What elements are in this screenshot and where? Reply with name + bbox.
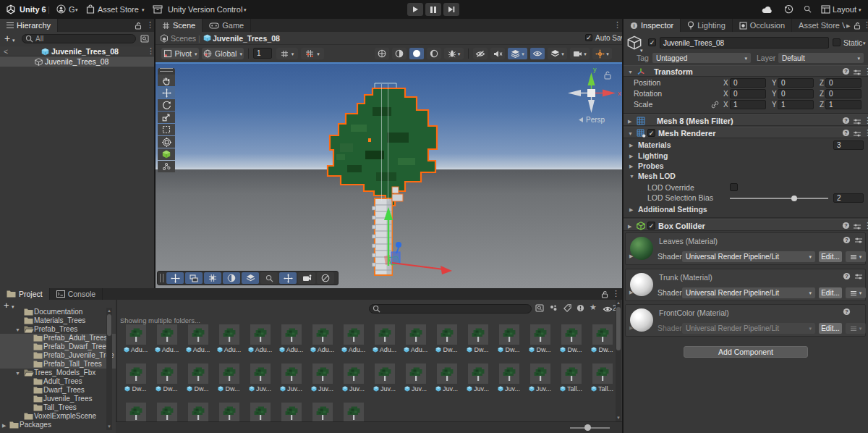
wireframe-mode-button[interactable] (427, 48, 441, 59)
folder-item-voxelexmplescene[interactable]: VoxelExmpleScene (0, 412, 116, 421)
scene-viewport[interactable]: y x Persp (156, 64, 622, 288)
asset-item[interactable]: Juv... (276, 363, 307, 392)
lock-icon[interactable] (135, 22, 142, 30)
pivot-button[interactable]: Pivot ▾ (161, 48, 199, 59)
layer-dropdown[interactable]: Default▾ (778, 53, 864, 63)
shader-edit-button[interactable]: Edit... (819, 251, 842, 262)
help-icon[interactable]: ? (842, 67, 850, 75)
debug-draw-mode-button[interactable] (392, 48, 407, 59)
preset-icon[interactable] (853, 69, 861, 76)
scale-y-field[interactable]: 1 (778, 100, 814, 109)
mesh-renderer-header[interactable]: ▼ ✓ Mesh Renderer ? ⋮ (624, 127, 868, 138)
overlay-camera[interactable] (298, 272, 315, 284)
lock-icon[interactable] (601, 290, 608, 298)
thumb-size-slider-handle[interactable] (584, 424, 591, 431)
undo-history-icon[interactable] (784, 4, 793, 14)
folder-item-tall-trees[interactable]: Tall_Trees (0, 403, 116, 412)
rotation-y-field[interactable]: 0 (778, 89, 814, 98)
overlay-grid[interactable] (204, 272, 221, 284)
mesh-filter-header[interactable]: ▶ Mesh 8 (Mesh Filter) ? ⋮ (624, 114, 868, 126)
shader-dropdown[interactable]: Universal Render Pipeline/Lit▾ (682, 323, 815, 334)
scene-orientation-gizmo[interactable]: y x Persp (559, 65, 622, 126)
asset-item[interactable]: Dw... (213, 363, 244, 392)
asset-item[interactable]: Adu... (369, 324, 400, 353)
folder-item-documentation[interactable]: Documentation (0, 308, 116, 316)
prefab-back-arrow[interactable]: < (4, 47, 8, 56)
shader-edit-button[interactable]: Edit... (819, 287, 842, 298)
lod-override-checkbox[interactable] (730, 183, 738, 191)
asset-item[interactable] (120, 403, 151, 421)
layout-icon[interactable] (821, 5, 830, 14)
rotation-x-field[interactable]: 0 (730, 89, 766, 98)
gizmos-button[interactable]: ▾ (592, 48, 612, 59)
foldout-icon[interactable]: ▼ (15, 371, 20, 376)
tab-hierarchy[interactable]: Hierarchy (0, 19, 58, 32)
tab-scene[interactable]: Scene (156, 19, 203, 32)
renderer-row-lighting[interactable]: ▶Lighting (624, 151, 868, 161)
available-tools[interactable] (158, 161, 175, 172)
shader-dropdown[interactable]: Universal Render Pipeline/Lit▾ (682, 287, 815, 298)
asset-item[interactable]: Tall... (587, 363, 615, 392)
renderer-row-materials[interactable]: ▶Materials3 (624, 140, 868, 150)
help-icon[interactable]: ? (843, 236, 851, 244)
label-tag-icon[interactable] (563, 304, 571, 312)
asset-item[interactable]: Dw... (556, 324, 587, 353)
scale-tool[interactable] (158, 112, 175, 123)
asset-item[interactable]: Dw... (462, 324, 493, 353)
asset-item[interactable]: Juv... (431, 363, 462, 392)
shader-edit-button[interactable]: Edit... (819, 323, 842, 334)
help-icon[interactable]: ? (842, 129, 850, 137)
search-in-icon[interactable] (535, 304, 544, 312)
preset-icon[interactable] (853, 223, 861, 230)
overlay-gizmos[interactable] (279, 272, 297, 284)
asset-item[interactable] (276, 403, 307, 421)
scene-debug-button[interactable]: ▾ (444, 48, 464, 59)
lock-icon[interactable] (854, 22, 861, 30)
kebab-menu-icon[interactable]: ⋮ (864, 222, 868, 230)
static-caret-icon[interactable]: ▾ (863, 41, 866, 46)
asset-item[interactable]: Juv... (244, 363, 276, 392)
folder-item-prefab-tall-trees[interactable]: Prefab_Tall_Trees (0, 360, 116, 369)
grid-size-field[interactable]: 1 (253, 48, 272, 59)
asset-item[interactable]: Adu... (244, 324, 276, 353)
search-icon[interactable] (804, 5, 812, 13)
foldout-icon[interactable]: ▶ (628, 224, 631, 229)
overlay-tools[interactable] (166, 272, 184, 284)
asset-item[interactable]: Juv... (369, 363, 400, 392)
scene-audio-button[interactable] (490, 48, 505, 59)
preset-icon[interactable] (853, 130, 861, 138)
material-preview-sphere[interactable] (630, 237, 653, 260)
grid-snap-button[interactable]: ▾ (276, 48, 298, 59)
rotate-tool[interactable] (158, 99, 175, 111)
custom-editor-tool[interactable] (158, 148, 175, 160)
pause-button[interactable] (425, 3, 441, 16)
material-foldout-icon[interactable]: ▶ (629, 290, 633, 295)
breadcrumb-object[interactable]: Juvenile_Trees_08 (213, 34, 280, 43)
asset-item[interactable] (244, 403, 276, 421)
material-foldout-icon[interactable]: ▶ (629, 325, 633, 330)
renderer-row-mesh-lod[interactable]: ▼Mesh LOD (624, 172, 868, 181)
folder-item-juvenile-trees[interactable]: Juvenile_Trees (0, 395, 116, 403)
folder-item-prefab-dwarf-trees[interactable]: Prefab_Dwarf_Trees (0, 342, 116, 351)
foldout-icon[interactable]: ▼ (628, 70, 633, 75)
materials-count-field[interactable]: 3 (833, 140, 864, 150)
tab-lighting[interactable]: Lighting (681, 19, 733, 32)
play-button[interactable] (407, 3, 423, 16)
asset-item[interactable]: Tall... (556, 363, 587, 392)
folder-item-packages[interactable]: ▶Packages (0, 421, 116, 429)
overlay-navigation[interactable] (317, 272, 334, 284)
layout-label[interactable]: Layout (833, 5, 856, 14)
transform-tool[interactable] (158, 136, 175, 148)
cloud-icon[interactable] (762, 6, 773, 14)
foldout-icon[interactable]: ▼ (628, 131, 633, 136)
position-z-field[interactable]: 0 (825, 78, 861, 88)
lod-bias-field[interactable]: 2 (833, 193, 864, 203)
static-checkbox[interactable] (833, 38, 841, 46)
asset-item[interactable]: Dw... (151, 363, 182, 392)
gameobject-label[interactable]: Juvenile_Trees_08 (45, 57, 109, 66)
asset-item[interactable]: Adu... (276, 324, 307, 353)
hierarchy-row-selected[interactable]: Juvenile_Trees_08 (0, 56, 154, 67)
foldout-icon[interactable]: ▼ (15, 327, 20, 332)
asset-item[interactable]: Juv... (338, 363, 369, 392)
active-checkbox[interactable]: ✓ (648, 38, 656, 46)
